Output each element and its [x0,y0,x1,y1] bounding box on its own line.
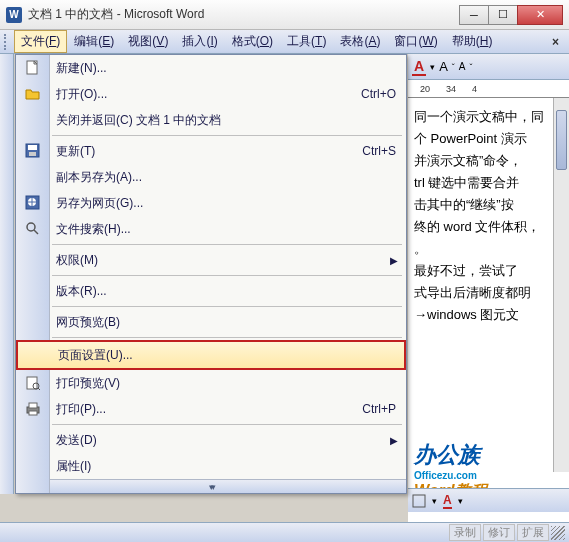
menu-expand-button[interactable]: ▾▾ [16,479,406,493]
toolbar-handle-icon[interactable] [4,34,10,50]
window-title: 文档 1 中的文档 - Microsoft Word [28,6,460,23]
print-preview-icon [23,373,43,393]
svg-rect-3 [29,152,36,156]
save-webpage-icon [23,193,43,213]
font-color-button[interactable]: A [443,493,452,509]
menu-insert[interactable]: 插入(I) [175,30,224,53]
menu-item-update[interactable]: 更新(T) Ctrl+S [16,138,406,164]
doc-line: 终的 word 文件体积， [414,216,563,238]
print-icon [23,399,43,419]
shrink-font-button[interactable]: A [459,61,466,72]
grow-font-button[interactable]: A [439,59,448,74]
menu-item-save-copy-as[interactable]: 副本另存为(A)... [16,164,406,190]
menu-item-label: 副本另存为(A)... [56,169,396,186]
open-icon [23,84,43,104]
menu-item-permission[interactable]: 权限(M) ▶ [16,247,406,273]
menu-item-print[interactable]: 打印(P)... Ctrl+P [16,396,406,422]
document-content[interactable]: 同一个演示文稿中，同 个 PowerPoint 演示 并演示文稿”命令， trl… [408,98,569,460]
logo-url: Officezu.com [414,470,487,481]
scrollbar-thumb[interactable] [556,110,567,170]
ruler-mark: 4 [472,84,477,94]
doc-line: →windows 图元文 [414,304,563,326]
menu-item-save-as-webpage[interactable]: 另存为网页(G)... [16,190,406,216]
menu-separator [52,244,402,245]
svg-line-10 [38,388,40,390]
menu-separator [52,275,402,276]
menu-edit[interactable]: 编辑(E) [67,30,121,53]
menu-separator [52,337,402,338]
resize-grip-icon[interactable] [551,526,565,540]
menu-item-label: 另存为网页(G)... [56,195,396,212]
svg-rect-13 [29,411,37,415]
menu-view[interactable]: 视图(V) [121,30,175,53]
doc-line: 击其中的“继续”按 [414,194,563,216]
menu-help[interactable]: 帮助(H) [445,30,500,53]
svg-rect-12 [29,403,37,408]
menu-item-properties[interactable]: 属性(I) [16,453,406,479]
logo-text: 办公族 [414,440,487,470]
menu-item-label: 打印(P)... [56,401,362,418]
submenu-arrow-icon: ▶ [390,435,398,446]
doc-line: 个 PowerPoint 演示 [414,128,563,150]
menu-item-new[interactable]: 新建(N)... [16,55,406,81]
menu-item-send[interactable]: 发送(D) ▶ [16,427,406,453]
menu-item-open[interactable]: 打开(O)... Ctrl+O [16,81,406,107]
menu-item-label: 版本(R)... [56,283,396,300]
menu-item-label: 打印预览(V) [56,375,396,392]
file-menu-dropdown: 新建(N)... 打开(O)... Ctrl+O 关闭并返回(C) 文档 1 中… [15,54,407,494]
menu-item-close-return[interactable]: 关闭并返回(C) 文档 1 中的文档 [16,107,406,133]
menu-bar: 文件(F) 编辑(E) 视图(V) 插入(I) 格式(O) 工具(T) 表格(A… [0,30,569,54]
search-icon [23,219,43,239]
shape-tool-icon[interactable] [412,494,426,508]
doc-line: trl 键选中需要合并 [414,172,563,194]
menu-item-label: 页面设置(U)... [58,347,394,364]
svg-point-6 [27,223,35,231]
word-app-icon: W [6,7,22,23]
menu-format[interactable]: 格式(O) [225,30,280,53]
minimize-button[interactable]: ─ [459,5,489,25]
menu-table[interactable]: 表格(A) [333,30,387,53]
status-bar: 录制 修订 扩展 [0,522,569,542]
status-record[interactable]: 录制 [449,524,481,541]
new-icon [23,58,43,78]
menu-item-file-search[interactable]: 文件搜索(H)... [16,216,406,242]
menu-item-label: 新建(N)... [56,60,396,77]
menu-item-label: 关闭并返回(C) 文档 1 中的文档 [56,112,396,129]
menu-file[interactable]: 文件(F) [14,30,67,53]
chevron-down-icon: ▾▾ [209,482,213,492]
menu-item-versions[interactable]: 版本(R)... [16,278,406,304]
maximize-button[interactable]: ☐ [488,5,518,25]
doc-line: 同一个演示文稿中，同 [414,106,563,128]
window-controls: ─ ☐ ✕ [460,5,563,25]
menu-item-label: 文件搜索(H)... [56,221,396,238]
ruler-mark: 20 [420,84,430,94]
menu-item-shortcut: Ctrl+O [361,87,396,101]
dropdown-arrow-icon[interactable]: ▾ [430,62,435,72]
menu-item-shortcut: Ctrl+S [362,144,396,158]
menu-item-print-preview[interactable]: 打印预览(V) [16,370,406,396]
font-color-button[interactable]: A [412,58,426,76]
dropdown-arrow-icon[interactable]: ▾ [458,496,463,506]
vertical-scrollbar[interactable] [553,98,569,472]
menu-item-web-preview[interactable]: 网页预览(B) [16,309,406,335]
menu-window[interactable]: 窗口(W) [387,30,444,53]
menu-tools[interactable]: 工具(T) [280,30,333,53]
menu-separator [52,306,402,307]
menu-separator [52,135,402,136]
drawing-toolbar: ▾ A ▾ [408,488,569,512]
close-button[interactable]: ✕ [517,5,563,25]
left-toolbar-strip [0,54,14,494]
menu-item-label: 网页预览(B) [56,314,396,331]
status-track-changes[interactable]: 修订 [483,524,515,541]
menu-item-shortcut: Ctrl+P [362,402,396,416]
status-extend[interactable]: 扩展 [517,524,549,541]
horizontal-ruler[interactable]: 20 34 4 [408,80,569,98]
menu-item-label: 权限(M) [56,252,396,269]
dropdown-arrow-icon[interactable]: ▾ [432,496,437,506]
submenu-arrow-icon: ▶ [390,255,398,266]
menu-item-page-setup[interactable]: 页面设置(U)... [16,340,406,370]
title-bar: W 文档 1 中的文档 - Microsoft Word ─ ☐ ✕ [0,0,569,30]
menu-item-label: 打开(O)... [56,86,361,103]
doc-line: 并演示文稿”命令， [414,150,563,172]
document-close-button[interactable]: × [546,35,565,49]
